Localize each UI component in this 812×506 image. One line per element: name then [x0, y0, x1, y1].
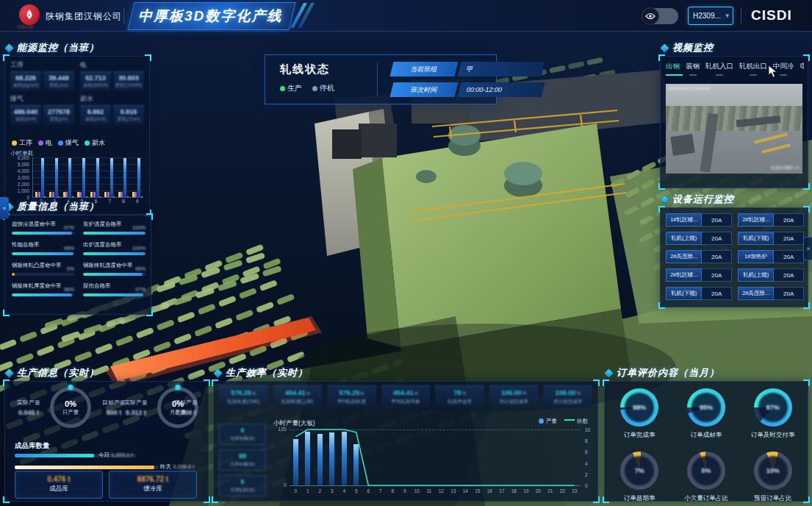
energy-ytick: 2,000 [18, 182, 29, 187]
right-axis-tick: 6 [585, 449, 588, 455]
divider [377, 63, 378, 96]
corner-bracket [658, 54, 665, 61]
energy-stat-box: 52.713单耗(kWh/t) [80, 71, 111, 91]
device-name: 2#轧区辅... [738, 213, 774, 227]
device-current-grid: 1#轧区辅...20A2#轧区辅...20A轧机(上辊)20A轧机(下辊)20A… [666, 213, 804, 300]
quality-percent: 100% [132, 225, 145, 230]
legend-dot [539, 418, 544, 424]
energy-ytick: 5,000 [18, 162, 29, 167]
order-donut: 7%订单超期率 [608, 452, 671, 503]
hour-xtick: 10 [414, 488, 420, 493]
efficiency-card-value: 454.41m [383, 389, 429, 396]
hour-xtick: 7 [379, 488, 382, 493]
video-tab-1[interactable]: 出钢 [666, 62, 680, 76]
quality-bar-fill [12, 252, 73, 255]
video-tab-5[interactable]: 中间冷 [773, 62, 794, 76]
visibility-toggle[interactable] [642, 8, 678, 24]
quality-bar-track [83, 293, 145, 296]
energy-bar-煤气 [110, 158, 113, 197]
energy-value: 6.662 [82, 108, 109, 115]
cisdi-logo: CISDI [751, 7, 792, 24]
device-current-value: 20A [774, 213, 804, 227]
quality-bar-track [12, 273, 74, 276]
efficiency-card: 454.41m轧制长度(上班) [273, 385, 323, 408]
chart-legend-item: 产量 [539, 418, 557, 425]
quality-bar-fill [83, 293, 143, 296]
hour-xtick: 18 [511, 488, 517, 493]
efficiency-card-value: 106.00% [491, 389, 537, 396]
right-axis-tick: 4 [585, 460, 588, 466]
shift-time-chip: 班次时间 00:00-12:00 [392, 82, 543, 97]
left-panel-collapse-button[interactable]: « [0, 197, 9, 219]
donut-value: 10% [758, 456, 788, 485]
energy-value: 52.713 [82, 74, 109, 82]
corner-bracket [803, 183, 810, 190]
company-logo-icon [19, 4, 40, 25]
donut-ring: 10% [754, 452, 792, 490]
energy-value: 486.040 [12, 108, 40, 115]
video-tab-3[interactable]: 轧机入口 [705, 62, 733, 76]
energy-unit: 累耗(万kWh) [115, 82, 143, 89]
device-row: 轧机(下辊)20A [666, 287, 732, 300]
devices-panel: 1#轧区辅...20A2#轧区辅...20A轧机(上辊)20A轧机(下辊)20A… [660, 207, 808, 307]
right-panel-collapse-button[interactable]: » [803, 237, 812, 260]
corner-bracket [145, 54, 151, 61]
hour-xtick: 5 [355, 488, 358, 493]
energy-panel: 工序68.226单耗(kgce/t)39.449累耗(tce)电52.713单耗… [4, 56, 150, 215]
corner-bracket [212, 380, 218, 386]
corner-bracket [803, 206, 810, 213]
order-donut: 98%订单完成率 [608, 388, 671, 440]
device-current-value: 20A [702, 287, 732, 300]
corner-bracket [204, 380, 210, 386]
inventory-today-bar: 今日 1,203.1 t [15, 453, 198, 457]
device-row: 2#轧区辅...20A [666, 268, 732, 282]
steel-id-dropdown[interactable]: H2309... ▼ [688, 7, 733, 25]
corner-bracket [3, 496, 10, 503]
video-tab-2[interactable]: 装钢 [686, 62, 700, 76]
production-panel: 实际产量 0.045 t 0% 日产量 目标产量 900 t 实际产量 0.31… [4, 381, 209, 502]
device-row: 2#高压除...20A [738, 287, 804, 300]
hourly-chart-line [290, 430, 581, 485]
quality-metrics-grid: 超快冷温度命中率97%装炉温度合格率100%性能合格率99%出炉温度合格率100… [12, 221, 145, 296]
donut-label: 预留订单占比 [741, 494, 804, 503]
hour-xtick: 20 [536, 488, 541, 493]
donut-label: 小欠量订单占比 [675, 494, 738, 503]
device-name: 轧机(下辊) [738, 232, 774, 245]
energy-panel-title: 能源监控（当班） [6, 41, 99, 54]
hour-xtick: 9 [403, 488, 406, 493]
efficiency-card-value: 108.00% [545, 389, 591, 396]
video-tab-6[interactable]: 电加热 [800, 62, 805, 76]
video-tab-4[interactable]: 轧机出口 [739, 62, 767, 76]
orders-panel-title: 订单评价内容（当月） [606, 366, 719, 380]
energy-bar-煤气 [82, 158, 85, 197]
energy-bar-电 [93, 192, 96, 197]
device-current-value: 20A [702, 213, 732, 227]
energy-xtick: 8 [122, 199, 125, 204]
quality-percent: 97% [64, 225, 74, 230]
donut-label: 订单完成率 [608, 431, 671, 440]
video-feed[interactable]: 2023-09-13 12:00:00 轧线出钢区 01 [666, 84, 802, 174]
line-status-title: 轧线状态 [280, 63, 330, 76]
corner-bracket [593, 496, 600, 503]
energy-bar-煤气 [96, 158, 99, 197]
corner-bracket [803, 302, 810, 309]
efficiency-cards: 576.25m轧制长度(当班)454.41m轧制长度(上班)576.25m平均轧… [219, 385, 592, 408]
hour-xtick: 14 [463, 488, 468, 493]
side-stat-label: 当班出钢(块) [221, 461, 264, 468]
hour-xtick: 3 [331, 488, 334, 493]
energy-bar-新水 [58, 196, 60, 197]
energy-stat-box: 0.915累耗(万m³) [113, 105, 144, 125]
quality-bar-track [83, 273, 145, 276]
quality-bar-fill [83, 252, 145, 255]
donut-value: 7% [625, 456, 654, 485]
hour-xtick: 13 [450, 488, 456, 493]
efficiency-card: 576.25m轧制长度(当班) [219, 385, 268, 408]
quality-bar-track [83, 252, 145, 255]
donut-ring: 87% [754, 388, 792, 427]
energy-value: 30.603 [115, 74, 143, 82]
device-name: 轧机(上辊) [738, 268, 774, 282]
chart-legend-item: 块数 [564, 418, 588, 425]
right-axis-tick: 10 [585, 427, 590, 432]
energy-ytick: 0 [26, 195, 29, 200]
donut-ring: 7% [620, 452, 658, 490]
